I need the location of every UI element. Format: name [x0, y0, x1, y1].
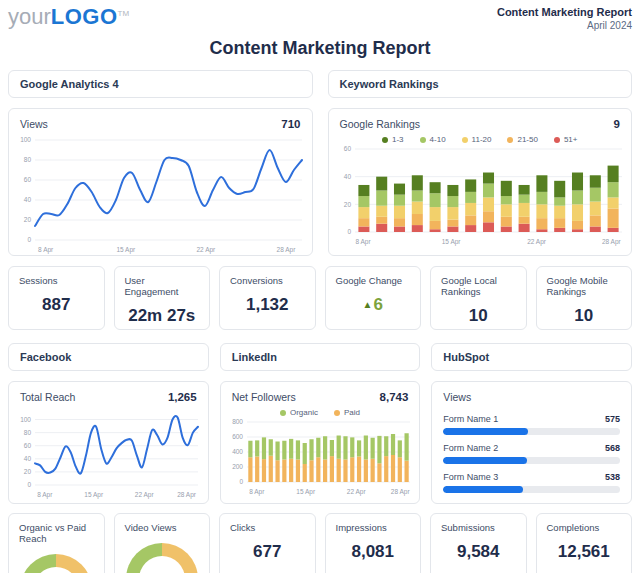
svg-text:800: 800 [232, 418, 243, 425]
views-line-chart: 0204060801008 Apr15 Apr22 Apr28 Apr [9, 133, 312, 255]
total-reach-line-chart: 0204060801008 Apr15 Apr22 Apr28 Apr [9, 406, 208, 500]
stat-card-user-engagement: User Engagement 22m 27s [114, 266, 211, 330]
svg-text:60: 60 [24, 442, 32, 449]
up-arrow-icon: ▲ [363, 299, 373, 310]
svg-text:8 Apr: 8 Apr [249, 488, 265, 496]
middle-charts-row: Total Reach 1,265 0204060801008 Apr15 Ap… [8, 381, 632, 504]
legend-dot-icon [334, 410, 340, 416]
organic-vs-paid-donut-chart [20, 554, 92, 573]
legend-dot-icon [420, 137, 426, 143]
net-followers-legend: OrganicPaid [221, 406, 420, 417]
total-reach-chart-title: Total Reach [20, 391, 75, 403]
net-followers-chart-card: Net Followers 8,743 OrganicPaid 02004006… [220, 381, 421, 504]
top-charts-row: Views 710 0204060801008 Apr15 Apr22 Apr2… [8, 108, 632, 256]
google-rankings-legend: 1-34-1011-2021-5051+ [329, 133, 632, 144]
legend-item: Paid [334, 408, 360, 417]
net-followers-chart-title: Net Followers [232, 391, 296, 403]
svg-text:0: 0 [27, 481, 31, 488]
section-header-keyword-rankings: Keyword Rankings [328, 70, 633, 98]
legend-dot-icon [507, 137, 513, 143]
progress-fill [443, 428, 528, 435]
svg-text:200: 200 [232, 463, 243, 470]
views-chart-title: Views [20, 118, 48, 130]
google-rankings-chart-title: Google Rankings [340, 118, 421, 130]
legend-dot-icon [280, 410, 286, 416]
report-page: yourLOGOTM Content Marketing Report Apri… [0, 0, 640, 573]
section-header-google-analytics: Google Analytics 4 [8, 70, 313, 98]
google-rankings-chart-card: Google Rankings 9 1-34-1011-2021-5051+ 0… [328, 108, 633, 256]
legend-dot-icon [554, 137, 560, 143]
stat-card-sessions: Sessions 887 [8, 266, 105, 330]
section-header-hubspot: HubSpot [431, 343, 632, 371]
bottom-row: Organic vs Paid Reach Video Views Clicks… [8, 513, 632, 573]
section-header-facebook: Facebook [8, 343, 209, 371]
progress-fill [443, 457, 527, 464]
form-progress-row: Form Name 3 538 [432, 472, 631, 493]
logo-trademark: TM [118, 9, 130, 18]
progress-track [443, 457, 620, 464]
svg-text:22 Apr: 22 Apr [135, 491, 155, 499]
section-header-linkedin: LinkedIn [220, 343, 421, 371]
hubspot-views-title: Views [443, 391, 471, 403]
section-header-row-2: Facebook LinkedIn HubSpot [8, 343, 632, 371]
total-reach-chart-total: 1,265 [168, 391, 197, 403]
net-followers-bar-chart: 02004006008008 Apr15 Apr22 Apr28 Apr [221, 417, 420, 497]
legend-item: 51+ [554, 135, 578, 144]
report-meta: Content Marketing Report April 2024 [497, 6, 632, 31]
organic-vs-paid-reach-card: Organic vs Paid Reach [8, 513, 105, 573]
views-chart-total: 710 [281, 118, 300, 130]
svg-text:60: 60 [24, 176, 32, 183]
svg-text:600: 600 [232, 433, 243, 440]
svg-text:22 Apr: 22 Apr [196, 246, 216, 254]
svg-text:60: 60 [343, 145, 351, 152]
legend-item: 11-20 [462, 135, 492, 144]
report-meta-date: April 2024 [497, 20, 632, 31]
svg-text:40: 40 [343, 173, 351, 180]
svg-text:28 Apr: 28 Apr [177, 491, 197, 499]
legend-item: 1-3 [382, 135, 404, 144]
total-reach-chart-card: Total Reach 1,265 0204060801008 Apr15 Ap… [8, 381, 209, 504]
svg-text:0: 0 [27, 236, 31, 243]
section-header-row-1: Google Analytics 4 Keyword Rankings [8, 70, 632, 98]
stat-card-submissions: Submissions 9,584 [430, 513, 527, 573]
progress-track [443, 428, 620, 435]
svg-text:100: 100 [20, 136, 31, 143]
stat-card-completions: Completions 12,561 [536, 513, 633, 573]
svg-text:0: 0 [347, 228, 351, 235]
stats-row: Sessions 887 User Engagement 22m 27s Con… [8, 266, 632, 330]
google-rankings-chart-total: 9 [614, 118, 620, 130]
svg-text:100: 100 [20, 416, 31, 423]
svg-text:20: 20 [24, 468, 32, 475]
svg-text:20: 20 [343, 201, 351, 208]
stat-card-google-mobile-rankings: Google Mobile Rankings 10 [536, 266, 633, 330]
legend-item: 4-10 [420, 135, 446, 144]
top-bar: yourLOGOTM Content Marketing Report Apri… [8, 6, 632, 31]
progress-fill [443, 486, 522, 493]
logo-text-your: your [8, 4, 51, 29]
form-progress-row: Form Name 2 568 [432, 443, 631, 464]
legend-item: Organic [280, 408, 318, 417]
video-views-donut-chart [126, 543, 198, 573]
svg-text:22 Apr: 22 Apr [527, 238, 547, 246]
svg-text:15 Apr: 15 Apr [296, 488, 316, 496]
stat-card-conversions: Conversions 1,132 [219, 266, 316, 330]
report-meta-title: Content Marketing Report [497, 6, 632, 18]
legend-dot-icon [382, 137, 388, 143]
svg-text:80: 80 [24, 156, 32, 163]
progress-track [443, 486, 620, 493]
svg-text:22 Apr: 22 Apr [346, 488, 366, 496]
views-chart-card: Views 710 0204060801008 Apr15 Apr22 Apr2… [8, 108, 313, 256]
stat-card-google-local-rankings: Google Local Rankings 10 [430, 266, 527, 330]
svg-text:8 Apr: 8 Apr [38, 246, 54, 254]
form-progress-row: Form Name 1 575 [432, 414, 631, 435]
svg-text:28 Apr: 28 Apr [601, 238, 621, 246]
stat-card-google-change: Google Change ▲6 [325, 266, 422, 330]
video-views-card: Video Views [114, 513, 211, 573]
svg-text:28 Apr: 28 Apr [390, 488, 410, 496]
svg-text:40: 40 [24, 455, 32, 462]
svg-text:28 Apr: 28 Apr [277, 246, 297, 254]
logo-text-brand: LOGO [51, 4, 118, 29]
svg-text:8 Apr: 8 Apr [355, 238, 371, 246]
svg-text:0: 0 [239, 478, 243, 485]
svg-text:15 Apr: 15 Apr [116, 246, 136, 254]
